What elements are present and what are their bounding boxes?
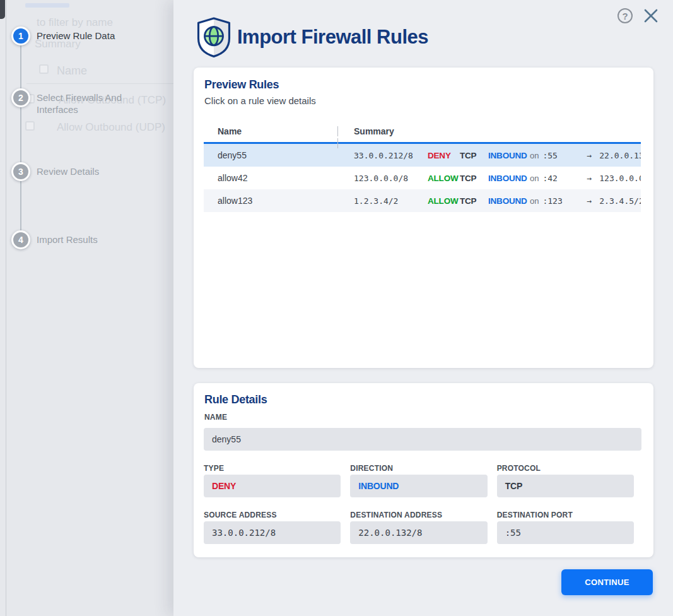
- import-firewall-rules-modal: ? Import Firewal: [173, 0, 673, 616]
- stepper-connector-line: [20, 38, 21, 241]
- rule-direction: INBOUND: [488, 151, 530, 160]
- source-address-field: 33.0.0.212/8: [204, 521, 341, 544]
- rule-on-word: on: [530, 196, 539, 206]
- step-3-label: Review Details: [37, 162, 99, 177]
- type-field-label: TYPE: [204, 464, 341, 473]
- rule-details-card: Rule Details NAME deny55 TYPE DIRECTION …: [194, 383, 653, 557]
- column-header-name[interactable]: Name: [204, 126, 354, 136]
- rule-action: ALLOW: [428, 196, 460, 206]
- wizard-stepper: 1 Preview Rule Data 2 Select Firewalls A…: [0, 0, 173, 616]
- stepper-step-preview-rule-data[interactable]: 1 Preview Rule Data: [11, 27, 115, 45]
- rule-on-word: on: [530, 151, 539, 160]
- table-row-allow42[interactable]: allow42 123.0.0.0/8 ALLOW TCP INBOUND on…: [204, 167, 641, 189]
- step-2-circle: 2: [11, 88, 30, 107]
- rule-direction: INBOUND: [488, 174, 530, 183]
- destination-address-field-label: DESTINATION ADDRESS: [350, 511, 487, 519]
- direction-field-label: DIRECTION: [350, 464, 487, 473]
- rule-destination: →2.3.4.5/2: [587, 196, 641, 206]
- type-field: DENY: [204, 475, 341, 497]
- rule-action: ALLOW: [428, 174, 460, 183]
- protocol-field: TCP: [497, 475, 634, 497]
- rule-port: :42: [542, 174, 573, 183]
- rule-source: 1.2.3.4/2: [354, 196, 428, 206]
- name-field: deny55: [204, 428, 641, 451]
- modal-title: Import Firewall Rules: [237, 26, 428, 49]
- table-row-deny55[interactable]: deny55 33.0.0.212/8 DENY TCP INBOUND on …: [204, 144, 641, 167]
- preview-rules-card: Preview Rules Click on a rule view detai…: [194, 68, 653, 368]
- rule-summary: 123.0.0.0/8 ALLOW TCP INBOUND on :42 →12…: [354, 174, 641, 183]
- preview-rules-subtitle: Click on a rule view details: [204, 95, 316, 106]
- close-icon[interactable]: [643, 8, 659, 24]
- rule-source: 33.0.0.212/8: [354, 151, 428, 160]
- name-field-label: NAME: [204, 413, 227, 422]
- rule-destination: →123.0.0.0/8: [587, 174, 641, 183]
- stepper-step-import-results[interactable]: 4 Import Results: [11, 230, 98, 249]
- column-resize-handle[interactable]: [337, 126, 341, 136]
- rule-name: deny55: [204, 150, 354, 160]
- rule-source: 123.0.0.0/8: [354, 174, 428, 183]
- continue-button[interactable]: CONTINUE: [561, 569, 653, 595]
- rule-name: allow123: [204, 196, 354, 206]
- step-1-circle: 1: [11, 27, 30, 45]
- step-4-circle: 4: [11, 230, 30, 249]
- rule-on-word: on: [530, 174, 539, 183]
- rule-protocol: TCP: [460, 174, 488, 183]
- rule-protocol: TCP: [460, 151, 488, 160]
- arrow-icon: →: [587, 174, 592, 183]
- destination-port-field-label: DESTINATION PORT: [497, 511, 634, 519]
- column-header-summary[interactable]: Summary: [354, 126, 394, 136]
- rule-details-title: Rule Details: [204, 393, 267, 406]
- protocol-field-label: PROTOCOL: [497, 464, 634, 473]
- rule-port: :123: [542, 196, 573, 206]
- shield-globe-icon: [196, 16, 232, 58]
- destination-address-field: 22.0.0.132/8: [350, 521, 487, 544]
- rule-action: DENY: [428, 151, 460, 160]
- rules-table: Name Summary deny55 33.0.0.212/8 DENY TC…: [204, 121, 641, 212]
- rule-name: allow42: [204, 173, 354, 183]
- step-1-label: Preview Rule Data: [37, 27, 115, 42]
- rule-protocol: TCP: [460, 196, 488, 206]
- step-4-label: Import Results: [37, 230, 98, 246]
- stepper-step-review-details[interactable]: 3 Review Details: [11, 162, 99, 181]
- rule-summary: 33.0.0.212/8 DENY TCP INBOUND on :55 →22…: [354, 151, 641, 160]
- table-row-allow123[interactable]: allow123 1.2.3.4/2 ALLOW TCP INBOUND on …: [204, 189, 641, 212]
- rule-destination: →22.0.0.132/8: [587, 151, 641, 160]
- source-address-field-label: SOURCE ADDRESS: [204, 511, 341, 519]
- step-3-circle: 3: [11, 162, 30, 181]
- rule-direction: INBOUND: [488, 196, 530, 206]
- stepper-step-select-firewalls[interactable]: 2 Select Firewalls And Interfaces: [11, 88, 144, 116]
- direction-field: INBOUND: [350, 475, 487, 497]
- arrow-icon: →: [587, 196, 592, 206]
- preview-rules-title: Preview Rules: [204, 78, 279, 92]
- destination-port-field: :55: [497, 521, 634, 544]
- help-icon[interactable]: ?: [617, 8, 633, 23]
- rules-table-header: Name Summary: [204, 121, 641, 144]
- rule-summary: 1.2.3.4/2 ALLOW TCP INBOUND on :123 →2.3…: [354, 196, 641, 206]
- rule-port: :55: [542, 151, 573, 160]
- arrow-icon: →: [587, 151, 592, 160]
- step-2-label: Select Firewalls And Interfaces: [37, 88, 144, 116]
